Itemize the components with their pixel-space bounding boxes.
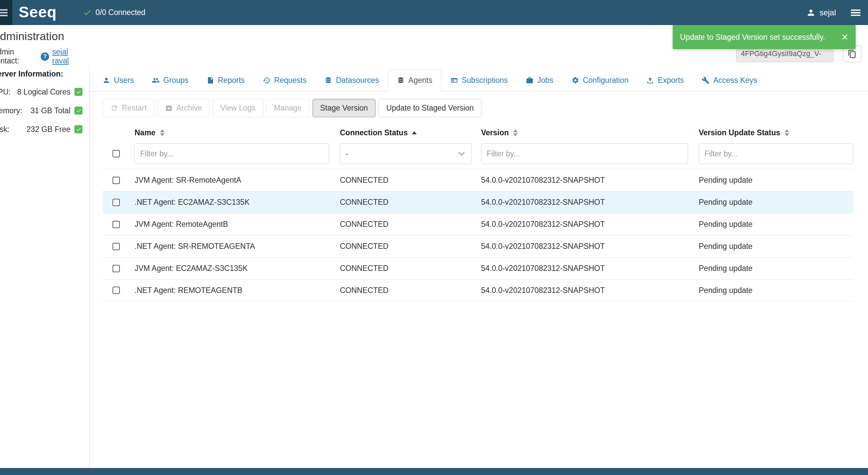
agent-name: JVM Agent: SR-RemoteAgentA xyxy=(134,176,340,185)
cpu-value: 8 Logical Cores xyxy=(17,88,70,96)
tab-subscriptions[interactable]: Subscriptions xyxy=(441,69,517,91)
cpu-row: CPU: 8 Logical Cores xyxy=(0,86,83,97)
tab-reports[interactable]: Reports xyxy=(198,69,254,91)
tab-label: Reports xyxy=(218,76,245,85)
table-row[interactable]: JVM Agent: RemoteAgentBCONNECTED54.0.0-v… xyxy=(103,213,853,235)
disk-label: Disk: xyxy=(0,125,9,134)
button-label: Stage Version xyxy=(320,103,368,113)
table-row[interactable]: JVM Agent: EC2AMAZ-S3C135KCONNECTED54.0.… xyxy=(103,257,853,279)
column-label: Version Update Status xyxy=(699,128,780,137)
wrench-icon xyxy=(702,77,709,84)
version-update-status-filter-input[interactable] xyxy=(699,143,853,164)
table-row[interactable]: .NET Agent: SR-REMOTEAGENTACONNECTED54.0… xyxy=(103,235,853,257)
check-icon xyxy=(74,125,83,133)
tab-label: Datasources xyxy=(336,76,379,85)
toast-close-button[interactable]: ✕ xyxy=(841,33,848,41)
table-row[interactable]: .NET Agent: REMOTEAGENTBCONNECTED54.0.0-… xyxy=(103,279,853,301)
row-checkbox[interactable] xyxy=(113,199,120,206)
disk-row: Disk: 232 GB Free xyxy=(0,124,83,135)
toast-message: Update to Staged Version set successfull… xyxy=(680,33,825,42)
help-icon[interactable]: ? xyxy=(41,53,49,61)
check-icon xyxy=(74,88,83,96)
table-body: JVM Agent: SR-RemoteAgentACONNECTED54.0.… xyxy=(103,169,853,301)
menu-icon xyxy=(849,6,862,19)
table-row[interactable]: .NET Agent: EC2AMAZ-S3C135KCONNECTED54.0… xyxy=(103,191,853,213)
memory-label: Memory: xyxy=(0,106,22,115)
history-icon xyxy=(263,77,271,84)
tab-groups[interactable]: Groups xyxy=(143,69,197,91)
restart-button[interactable]: Restart xyxy=(103,99,154,117)
memory-value: 31 GB Total xyxy=(30,106,70,115)
column-label: Name xyxy=(134,128,156,137)
stage-version-button[interactable]: Stage Version xyxy=(312,99,376,117)
sort-icon xyxy=(160,129,164,136)
agents-table: NameConnection StatusVersionVersion Upda… xyxy=(103,124,853,301)
connection-status: CONNECTED xyxy=(340,242,481,251)
user-menu[interactable]: sejal xyxy=(806,0,836,25)
row-checkbox[interactable] xyxy=(113,265,120,272)
sort-ascending-icon xyxy=(412,131,416,134)
name-filter-input[interactable] xyxy=(134,143,329,164)
tab-agents[interactable]: Agents xyxy=(388,69,441,91)
server-info-title: Server Information: xyxy=(0,69,83,79)
table-row[interactable]: JVM Agent: SR-RemoteAgentACONNECTED54.0.… xyxy=(103,169,853,191)
column-header-version-update-status[interactable]: Version Update Status xyxy=(699,128,853,137)
row-checkbox[interactable] xyxy=(113,221,120,228)
hamburger-menu-button[interactable] xyxy=(849,0,862,25)
archive-button[interactable]: Archive xyxy=(157,99,210,117)
sort-icon xyxy=(513,129,518,136)
connection-status: CONNECTED xyxy=(340,198,481,207)
column-label: Connection Status xyxy=(340,128,408,137)
tab-jobs[interactable]: Jobs xyxy=(517,69,562,91)
seeq-logo: Seeq xyxy=(19,0,57,25)
nav-corner-menu-button[interactable] xyxy=(0,0,12,25)
connection-status-filter-select[interactable]: - xyxy=(340,143,472,164)
agent-version: 54.0.0-v202107082312-SNAPSHOT xyxy=(481,264,699,273)
version-update-status: Pending update xyxy=(699,242,853,251)
column-header-name[interactable]: Name xyxy=(134,128,340,137)
update-to-staged-version-button[interactable]: Update to Staged Version xyxy=(379,99,482,117)
agent-version: 54.0.0-v202107082312-SNAPSHOT xyxy=(481,220,699,229)
manage-button[interactable]: Manage xyxy=(267,99,309,117)
page-title: Administration xyxy=(0,29,83,43)
column-header-connection-status[interactable]: Connection Status xyxy=(340,128,481,137)
tab-label: Jobs xyxy=(537,76,554,85)
connection-status-indicator: 0/0 Connected xyxy=(83,0,146,25)
gear-icon xyxy=(571,77,579,84)
connection-status-label: 0/0 Connected xyxy=(95,8,146,17)
tab-label: Access Keys xyxy=(713,76,757,85)
button-label: Update to Staged Version xyxy=(386,103,474,113)
row-checkbox[interactable] xyxy=(113,287,120,294)
column-header-version[interactable]: Version xyxy=(481,128,699,137)
button-label: View Logs xyxy=(220,103,256,113)
archive-icon xyxy=(165,104,173,112)
selected-option: - xyxy=(345,149,348,158)
agent-version: 54.0.0-v202107082312-SNAPSHOT xyxy=(481,176,699,185)
table-header-row: NameConnection StatusVersionVersion Upda… xyxy=(103,124,853,141)
chevron-down-icon xyxy=(457,149,466,158)
tab-exports[interactable]: Exports xyxy=(637,69,693,91)
select-all-checkbox[interactable] xyxy=(113,150,120,157)
seeq-admin-screen: Seeq 0/0 Connected sejal Update to Stage… xyxy=(0,0,868,475)
connection-status: CONNECTED xyxy=(340,264,481,273)
agent-name: .NET Agent: REMOTEAGENTB xyxy=(134,286,340,295)
agent-name: .NET Agent: SR-REMOTEAGENTA xyxy=(134,242,340,251)
admin-contact-link[interactable]: sejal raval xyxy=(52,48,83,65)
bottom-bar xyxy=(0,468,868,475)
tab-label: Configuration xyxy=(583,76,629,85)
tab-users[interactable]: Users xyxy=(93,69,143,91)
version-filter-input[interactable] xyxy=(481,143,688,164)
menu-icon xyxy=(0,6,9,20)
check-icon xyxy=(74,107,83,115)
tab-requests[interactable]: Requests xyxy=(254,69,315,91)
tab-configuration[interactable]: Configuration xyxy=(562,69,638,91)
tab-access-keys[interactable]: Access Keys xyxy=(693,69,766,91)
refresh-icon xyxy=(111,104,118,112)
sort-icon xyxy=(784,129,789,136)
users-icon xyxy=(152,77,160,84)
row-checkbox[interactable] xyxy=(113,243,120,250)
tab-datasources[interactable]: Datasources xyxy=(315,69,388,91)
admin-contact-label: Admin contact: xyxy=(0,48,38,65)
row-checkbox[interactable] xyxy=(113,177,120,184)
view-logs-button[interactable]: View Logs xyxy=(213,99,264,117)
